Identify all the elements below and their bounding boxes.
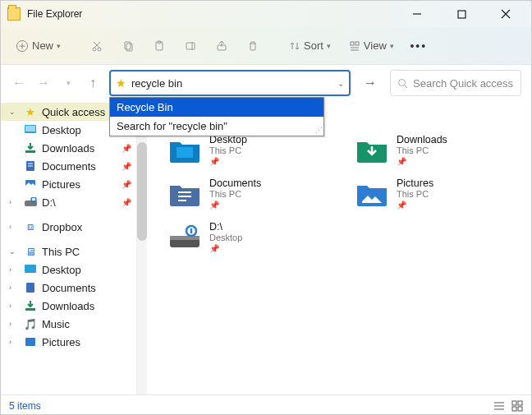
folder-downloads-icon (355, 136, 388, 165)
chevron-down-icon[interactable]: ⌄ (9, 247, 19, 256)
sidebar-pc-music[interactable]: › 🎵 Music (1, 315, 136, 333)
up-button[interactable]: ↑ (85, 76, 101, 90)
window-title: File Explorer (27, 8, 82, 20)
sort-label: Sort (304, 39, 323, 52)
tiles-view-button[interactable] (511, 400, 523, 412)
view-icon (349, 40, 360, 52)
sidebar: ⌄ ★ Quick access Desktop 📌 Downloads 📌 D… (1, 101, 137, 394)
forward-button[interactable]: → (35, 76, 52, 90)
svg-line-9 (94, 42, 99, 48)
folder-pictures-icon (355, 179, 388, 209)
go-button[interactable]: → (359, 76, 382, 90)
svg-rect-25 (25, 126, 35, 131)
copy-icon (122, 39, 135, 53)
new-label: New (32, 39, 53, 52)
pin-icon: 📌 (122, 162, 131, 171)
tile-downloads[interactable]: DownloadsThis PC📌 (352, 131, 531, 169)
sidebar-pc-desktop[interactable]: › Desktop (1, 261, 136, 279)
back-button[interactable]: ← (11, 76, 27, 90)
address-bar[interactable]: ★ ⌄ Recycle Bin Search for "recycle bin"… (109, 70, 351, 96)
tile-desktop[interactable]: DesktopThis PC📌 (165, 131, 344, 169)
sidebar-pc-documents[interactable]: › Documents (1, 279, 136, 297)
address-dropdown: Recycle Bin Search for "recycle bin" ⋰ (109, 97, 324, 136)
delete-button[interactable] (240, 33, 266, 59)
toolbar: New ▾ Sort ▾ View ▾ ••• (1, 27, 531, 65)
sidebar-item-d-drive[interactable]: › D:\ 📌 (1, 193, 136, 211)
svg-rect-18 (351, 42, 354, 45)
documents-icon (24, 159, 37, 173)
tile-d-drive[interactable]: D:\Desktop📌 (165, 218, 344, 256)
titlebar: File Explorer (1, 1, 531, 27)
svg-rect-37 (177, 147, 193, 158)
sidebar-pc-downloads[interactable]: › Downloads (1, 297, 136, 315)
chevron-right-icon[interactable]: › (9, 284, 19, 292)
sidebar-pc-pictures[interactable]: › Pictures (1, 333, 136, 351)
sidebar-this-pc[interactable]: ⌄ 🖥 This PC (1, 242, 136, 261)
resize-grip-icon[interactable]: ⋰ (315, 127, 323, 135)
pictures-icon (24, 335, 37, 348)
downloads-icon (24, 141, 37, 154)
svg-line-10 (94, 42, 100, 48)
sort-icon (289, 40, 300, 52)
chevron-right-icon[interactable]: › (9, 338, 19, 346)
sort-button[interactable]: Sort ▾ (282, 36, 337, 55)
sidebar-item-documents[interactable]: Documents 📌 (1, 157, 136, 175)
app-icon (7, 7, 21, 21)
tile-documents[interactable]: DocumentsThis PC📌 (165, 174, 344, 213)
chevron-right-icon[interactable]: › (9, 302, 19, 310)
rename-button[interactable] (177, 33, 204, 59)
dropdown-item-recycle-bin[interactable]: Recycle Bin (110, 98, 323, 117)
svg-rect-33 (25, 265, 36, 273)
maximize-button[interactable] (449, 2, 474, 26)
search-box[interactable]: Search Quick access (390, 70, 521, 96)
copy-button[interactable] (115, 33, 141, 59)
chevron-down-icon[interactable]: ⌄ (9, 108, 19, 116)
more-button[interactable]: ••• (406, 33, 432, 59)
cut-button[interactable] (84, 33, 110, 59)
drive-icon (24, 196, 37, 209)
svg-rect-35 (25, 308, 35, 311)
trash-icon (246, 39, 259, 53)
paste-button[interactable] (146, 33, 172, 59)
recent-dropdown[interactable]: ▾ (60, 79, 76, 87)
svg-rect-36 (25, 338, 35, 346)
share-button[interactable] (209, 33, 235, 59)
sidebar-dropbox[interactable]: › ⧈ Dropbox (1, 218, 136, 236)
chevron-right-icon[interactable]: › (9, 223, 19, 231)
chevron-right-icon[interactable]: › (9, 198, 19, 206)
nav-row: ← → ▾ ↑ ★ ⌄ Recycle Bin Search for "recy… (1, 65, 531, 101)
tile-pictures[interactable]: PicturesThis PC📌 (352, 174, 531, 213)
cut-icon (90, 39, 103, 53)
sidebar-item-pictures[interactable]: Pictures 📌 (1, 175, 136, 193)
pin-icon: 📌 (122, 198, 131, 207)
sidebar-item-downloads[interactable]: Downloads 📌 (1, 139, 136, 157)
svg-rect-1 (458, 11, 466, 18)
chevron-right-icon[interactable]: › (9, 320, 19, 328)
details-view-button[interactable] (493, 400, 505, 412)
pin-icon: 📌 (209, 244, 242, 253)
dropbox-icon: ⧈ (24, 220, 37, 233)
folder-desktop-icon (168, 136, 201, 165)
scrollbar-thumb[interactable] (137, 142, 147, 241)
chevron-down-icon: ▾ (327, 42, 331, 50)
minimize-button[interactable] (405, 2, 429, 26)
view-label: View (364, 39, 387, 52)
svg-rect-19 (355, 42, 359, 45)
status-bar: 5 items (1, 394, 531, 415)
pin-icon: 📌 (397, 201, 433, 210)
address-input[interactable] (131, 77, 332, 90)
dropdown-item-search[interactable]: Search for "recycle bin" (110, 117, 323, 136)
chevron-down-icon: ▾ (390, 42, 394, 50)
new-button[interactable]: New ▾ (9, 36, 67, 56)
downloads-icon (24, 299, 37, 312)
paste-icon (153, 39, 166, 53)
pictures-icon (24, 178, 37, 191)
desktop-icon (24, 123, 37, 136)
svg-rect-15 (186, 43, 195, 49)
svg-point-8 (98, 48, 101, 51)
chevron-down-icon[interactable]: ⌄ (337, 79, 344, 88)
chevron-right-icon[interactable]: › (9, 265, 19, 274)
view-button[interactable]: View ▾ (342, 36, 401, 55)
star-icon: ★ (24, 105, 37, 118)
close-button[interactable] (493, 2, 518, 26)
